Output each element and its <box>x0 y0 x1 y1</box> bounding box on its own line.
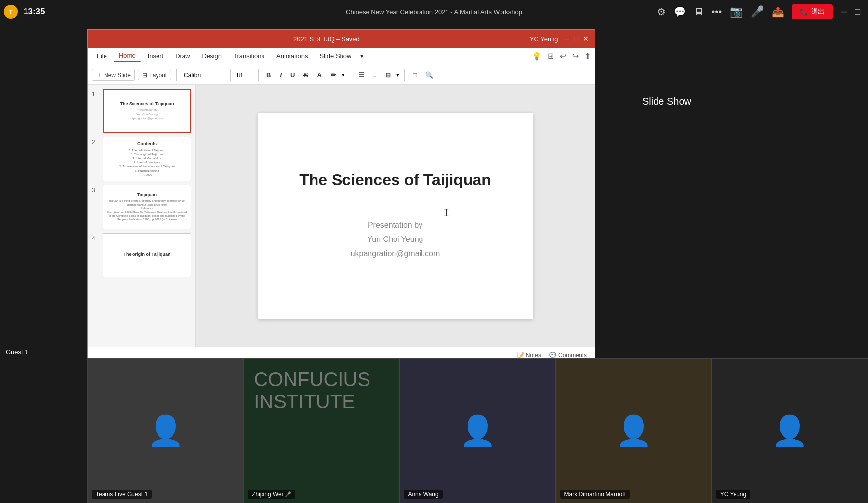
layout-icon: ⊟ <box>142 72 147 79</box>
menu-more-icon[interactable]: ▾ <box>358 51 366 62</box>
video-tile-mark: 👤 Mark Dimartino Marriott <box>556 358 712 503</box>
camera-icon[interactable]: 📷 <box>730 5 743 18</box>
ppt-main: 1 The Sciences of Taijiquan Presentation… <box>88 85 595 347</box>
bullets-button[interactable]: ☰ <box>355 70 367 80</box>
menu-transitions[interactable]: Transitions <box>229 51 269 62</box>
menu-insert[interactable]: Insert <box>143 51 169 62</box>
toolbar-sep-1 <box>176 69 177 81</box>
slide-item-3[interactable]: 3 Taijiquan Taijiquan is a mind-directed… <box>92 185 191 229</box>
strikethrough-button[interactable]: S̶ <box>301 70 311 80</box>
font-size-input[interactable] <box>234 69 253 81</box>
main-slide-subtitle: Presentation by Yun Choi Yeung ukpangrat… <box>351 218 440 261</box>
shape-button[interactable]: □ <box>410 70 420 80</box>
video-tile-anna: 👤 Anna Wang <box>399 358 555 503</box>
undo-icon[interactable]: ↩ <box>560 52 566 61</box>
redo-icon[interactable]: ↪ <box>572 52 579 61</box>
bold-button[interactable]: B <box>263 70 274 80</box>
main-slide-title: The Sciences of Taijiquan <box>299 171 491 189</box>
teams-logo: T <box>4 5 18 19</box>
comments-button[interactable]: 💬 Comments <box>549 352 587 359</box>
person-avatar-mark: 👤 <box>556 359 711 503</box>
notes-icon: 📝 <box>517 352 524 359</box>
menu-animations[interactable]: Animations <box>271 51 313 62</box>
slideshow-label: Slide Show <box>642 96 691 107</box>
toolbar-sep-3 <box>350 69 350 81</box>
mic-on-icon: 🎤 <box>285 491 291 498</box>
video-grid: 👤 Teams Live Guest 1 CONFUCIUSINSTITUTE … <box>87 358 868 503</box>
share2-icon[interactable]: ⬆ <box>584 52 591 61</box>
slide-thumb-2[interactable]: Contents 1. The definition of Taijiquan … <box>103 137 191 181</box>
menu-slideshow[interactable]: Slide Show <box>315 51 356 62</box>
plus-icon: ＋ <box>96 71 102 79</box>
highlight-dropdown[interactable]: ▾ <box>342 72 345 78</box>
end-call-button[interactable]: 📞 退出 <box>792 4 833 19</box>
slide-item-2[interactable]: 2 Contents 1. The definition of Taijiqua… <box>92 137 191 181</box>
ppt-window: 2021 S of TJQ – Saved YC Yeung ─ □ ✕ Fil… <box>87 29 595 363</box>
minimize-button[interactable]: ─ <box>841 7 847 17</box>
comments-icon: 💬 <box>549 352 556 359</box>
font-color-button[interactable]: A <box>314 70 324 80</box>
people-icon[interactable]: ⚙ <box>657 6 666 18</box>
ppt-title: 2021 S of TJQ – Saved <box>123 35 530 43</box>
menu-home[interactable]: Home <box>114 50 141 62</box>
text-cursor: 𝙸 <box>442 206 450 219</box>
highlight-button[interactable]: ✏ <box>328 70 339 80</box>
teams-titlebar: T 13:35 Chinese New Year Celebration 202… <box>0 0 868 24</box>
teams-time: 13:35 <box>24 7 45 17</box>
format-icon[interactable]: ⊞ <box>548 52 554 61</box>
font-family-input[interactable] <box>182 69 231 81</box>
menu-draw[interactable]: Draw <box>170 51 195 62</box>
underline-button[interactable]: U <box>288 70 298 80</box>
person-avatar-yc: 👤 <box>712 359 868 503</box>
paragraph-dropdown[interactable]: ▾ <box>396 72 399 78</box>
chat-icon[interactable]: 💬 <box>674 6 686 18</box>
video-name-guest1: Teams Live Guest 1 <box>92 490 152 499</box>
video-tile-zhiping: CONFUCIUSINSTITUTE Zhiping Wei 🎤 <box>243 358 399 503</box>
menu-design[interactable]: Design <box>197 51 227 62</box>
new-slide-button[interactable]: ＋ New Slide <box>92 69 135 81</box>
main-slide[interactable]: The Sciences of Taijiquan Presentation b… <box>258 113 533 319</box>
video-tile-guest1: 👤 Teams Live Guest 1 <box>87 358 243 503</box>
person-avatar-guest1: 👤 <box>88 359 243 503</box>
slide-item-1[interactable]: 1 The Sciences of Taijiquan Presentation… <box>92 89 191 133</box>
video-name-yc: YC Yeung <box>716 490 750 499</box>
slide-editor[interactable]: The Sciences of Taijiquan Presentation b… <box>196 85 595 347</box>
ppt-minimize[interactable]: ─ <box>564 35 569 43</box>
ppt-win-controls: ─ □ ✕ <box>564 35 589 43</box>
slide-thumb-1[interactable]: The Sciences of Taijiquan Presentation b… <box>103 89 191 133</box>
person-avatar-zhiping: CONFUCIUSINSTITUTE <box>244 359 399 503</box>
slide-panel: 1 The Sciences of Taijiquan Presentation… <box>88 85 196 347</box>
notes-button[interactable]: 📝 Notes <box>517 352 541 359</box>
person-avatar-anna: 👤 <box>400 359 555 503</box>
screen-icon[interactable]: 🖥 <box>694 6 704 18</box>
teams-sidebar-bg: Guest 1 <box>0 24 87 382</box>
ppt-user: YC Yeung <box>530 35 558 43</box>
video-tile-yc: 👤 YC Yeung <box>712 358 868 503</box>
slide-thumb-3[interactable]: Taijiquan Taijiquan is a mind-directed, … <box>103 185 191 229</box>
ppt-titlebar: 2021 S of TJQ – Saved YC Yeung ─ □ ✕ <box>88 30 595 48</box>
toolbar-sep-2 <box>258 69 259 81</box>
more-icon[interactable]: ••• <box>711 6 722 18</box>
video-name-anna: Anna Wang <box>404 490 442 499</box>
italic-button[interactable]: I <box>277 70 285 80</box>
menu-file[interactable]: File <box>92 51 112 62</box>
window-title: Chinese New Year Celebration 2021 - A Ma… <box>346 8 522 16</box>
light-icon[interactable]: 💡 <box>532 52 542 61</box>
search-button[interactable]: 🔍 <box>422 70 436 80</box>
video-name-zhiping: Zhiping Wei 🎤 <box>248 490 295 499</box>
video-name-mark: Mark Dimartino Marriott <box>560 490 630 499</box>
ppt-menubar: File Home Insert Draw Design Transitions… <box>88 48 595 65</box>
guest-label: Guest 1 <box>0 343 87 362</box>
toolbar-sep-4 <box>404 69 405 81</box>
ppt-maximize[interactable]: □ <box>574 35 578 43</box>
slide-item-4[interactable]: 4 The origin of Taijiquan <box>92 233 191 277</box>
ppt-close[interactable]: ✕ <box>583 35 589 43</box>
slide-thumb-4[interactable]: The origin of Taijiquan <box>103 233 191 277</box>
indent-button[interactable]: ⊟ <box>382 70 394 80</box>
layout-button[interactable]: ⊟ Layout <box>138 70 171 80</box>
numbered-button[interactable]: ≡ <box>370 70 380 80</box>
mic-icon[interactable]: 🎤 <box>751 5 764 18</box>
share-icon[interactable]: 📤 <box>772 6 784 18</box>
maximize-button[interactable]: □ <box>855 7 860 17</box>
ppt-toolbar: ＋ New Slide ⊟ Layout B I U S̶ A ✏ ▾ ☰ ≡ … <box>88 65 595 85</box>
